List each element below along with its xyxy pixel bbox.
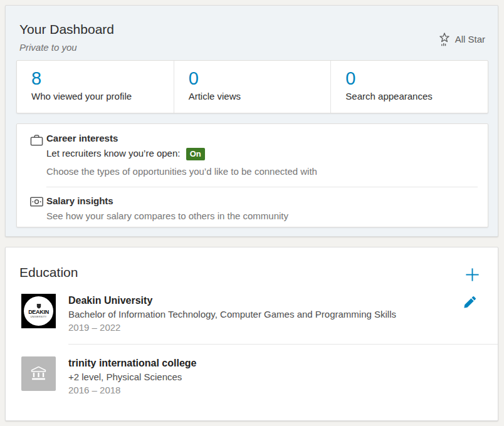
education-card: Education DEAKIN UNIVERSITY Deakin Unive… [5, 247, 498, 421]
briefcase-icon [30, 134, 43, 148]
school-name: Deakin University [68, 295, 396, 306]
open-toggle-badge[interactable]: On [186, 148, 205, 160]
recruiters-open-text: Let recruiters know you’re open: [46, 148, 180, 158]
career-interests-title: Career interests [46, 133, 475, 143]
school-placeholder-logo [21, 356, 56, 391]
career-interests-description: Choose the types of opportunities you’d … [46, 166, 475, 177]
pencil-icon [463, 295, 477, 309]
stat-article-views[interactable]: 0 Article views [174, 61, 332, 113]
years-line: 2016 – 2018 [68, 385, 196, 395]
stat-label: Who viewed your profile [31, 91, 167, 101]
dashboard-card: Your Dashboard Private to you All Star 8… [5, 5, 498, 237]
career-interests-row[interactable]: Career interests Let recruiters know you… [17, 124, 488, 177]
stat-label: Search appearances [345, 91, 481, 101]
deakin-logo-subtext: UNIVERSITY [30, 315, 46, 319]
institution-icon [30, 366, 47, 381]
dashboard-tools: Career interests Let recruiters know you… [16, 123, 488, 227]
degree-line: Bachelor of Information Technology, Comp… [68, 309, 396, 320]
stat-value: 8 [31, 68, 167, 89]
salary-insights-title: Salary insights [46, 195, 475, 206]
education-entry-trinity: trinity international college +2 level, … [6, 345, 498, 407]
salary-insights-row[interactable]: Salary insights See how your salary comp… [17, 187, 488, 221]
deakin-logo-text: DEAKIN [28, 309, 49, 315]
recruiters-open-line: Let recruiters know you’re open: On [46, 148, 475, 160]
dashboard-subtitle: Private to you [19, 42, 77, 53]
education-list: DEAKIN UNIVERSITY Deakin University Bach… [6, 289, 498, 407]
deakin-logo-circle: DEAKIN UNIVERSITY [24, 296, 53, 326]
stat-value: 0 [189, 68, 325, 89]
school-name: trinity international college [68, 358, 196, 369]
degree-line: +2 level, Physical Sciences [68, 371, 196, 382]
stat-search-appearances[interactable]: 0 Search appearances [331, 61, 488, 113]
years-line: 2019 – 2022 [68, 322, 396, 333]
deakin-university-logo: DEAKIN UNIVERSITY [21, 294, 56, 328]
all-star-badge[interactable]: All Star [438, 32, 485, 46]
stat-value: 0 [345, 68, 481, 89]
stat-label: Article views [189, 91, 325, 101]
dashboard-stats: 8 Who viewed your profile 0 Article view… [16, 60, 488, 113]
banknote-icon [30, 197, 43, 209]
all-star-label: All Star [455, 34, 485, 44]
plus-icon [465, 267, 480, 283]
salary-insights-description: See how your salary compares to others i… [46, 210, 475, 221]
edit-education-button[interactable] [463, 295, 478, 310]
add-education-button[interactable] [464, 266, 480, 283]
education-entry-deakin: DEAKIN UNIVERSITY Deakin University Bach… [6, 289, 498, 344]
stat-who-viewed-profile[interactable]: 8 Who viewed your profile [17, 61, 174, 113]
dashboard-title: Your Dashboard [19, 22, 114, 37]
education-title: Education [19, 265, 78, 280]
deakin-shield-icon [36, 303, 41, 309]
star-with-bars-icon [438, 32, 451, 46]
education-entry-content: trinity international college +2 level, … [68, 356, 196, 395]
education-entry-content: Deakin University Bachelor of Informatio… [68, 294, 396, 333]
